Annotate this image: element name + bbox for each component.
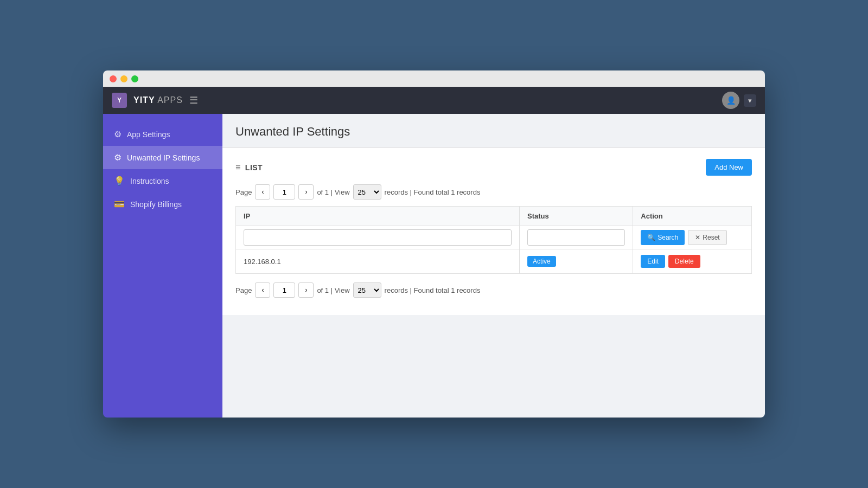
data-table: IP Status Action [235, 206, 752, 274]
page-input-bottom[interactable] [273, 282, 295, 298]
lightbulb-icon: 💡 [114, 176, 125, 186]
top-navigation: Y YITY APPS ☰ 👤 ▾ [103, 87, 765, 114]
list-icon: ≡ [235, 163, 241, 172]
records-text-top: records | Found total 1 records [385, 188, 481, 196]
prev-page-btn-top[interactable]: ‹ [255, 184, 270, 200]
main-content: ≡ LIST Add New Page ‹ › of 1 | View 25 [222, 148, 765, 315]
maximize-button[interactable] [131, 75, 138, 82]
page-label-top: Page [235, 188, 252, 196]
sidebar-item-label: Shopify Billings [130, 200, 182, 209]
ip-cell: 192.168.0.1 [236, 249, 520, 274]
page-input-top[interactable] [273, 184, 295, 200]
status-filter-input[interactable] [527, 229, 625, 246]
action-column-header: Action [633, 207, 752, 226]
page-label-bottom: Page [235, 286, 252, 294]
sidebar-item-label: App Settings [127, 130, 170, 139]
filter-actions: 🔍 Search ✕ Reset [641, 230, 744, 245]
user-dropdown[interactable]: ▾ [744, 94, 756, 107]
sidebar-item-app-settings[interactable]: ⚙ App Settings [103, 123, 222, 146]
close-button[interactable] [110, 75, 117, 82]
status-column-header: Status [520, 207, 633, 226]
list-header: ≡ LIST Add New [235, 159, 752, 176]
sidebar-item-unwanted-ip-settings[interactable]: ⚙ Unwanted IP Settings [103, 146, 222, 169]
pagination-top: Page ‹ › of 1 | View 25 10 50 100 record… [235, 184, 752, 200]
next-page-btn-bottom[interactable]: › [298, 282, 314, 298]
sidebar-item-label: Unwanted IP Settings [127, 153, 200, 162]
page-title-bar: Unwanted IP Settings [222, 114, 765, 148]
of-text-top: of 1 | View [317, 188, 349, 196]
next-page-btn-top[interactable]: › [298, 184, 314, 200]
sidebar-item-shopify-billings[interactable]: 💳 Shopify Billings [103, 192, 222, 216]
user-icon: 👤 [726, 96, 736, 105]
sidebar: ⚙ App Settings ⚙ Unwanted IP Settings 💡 … [103, 114, 222, 418]
status-filter-cell [520, 226, 633, 249]
app-name: YITY APPS [133, 95, 183, 105]
of-text-bottom: of 1 | View [317, 286, 349, 294]
logo-icon: Y [112, 93, 127, 108]
status-badge: Active [527, 256, 556, 267]
hamburger-menu-icon[interactable]: ☰ [189, 94, 198, 106]
prev-page-btn-bottom[interactable]: ‹ [255, 282, 270, 298]
nav-left: Y YITY APPS ☰ [112, 93, 198, 108]
nav-right: 👤 ▾ [722, 92, 756, 109]
ip-column-header: IP [236, 207, 520, 226]
view-select-top[interactable]: 25 10 50 100 [353, 184, 381, 200]
settings-icon: ⚙ [114, 129, 122, 139]
pagination-bottom: Page ‹ › of 1 | View 25 10 50 100 record… [235, 282, 752, 298]
table-header-row: IP Status Action [236, 207, 752, 226]
main-layout: ⚙ App Settings ⚙ Unwanted IP Settings 💡 … [103, 114, 765, 418]
reset-button[interactable]: ✕ Reset [688, 230, 726, 245]
delete-button[interactable]: Delete [668, 255, 700, 268]
action-buttons: Edit Delete [641, 255, 744, 268]
view-select-bottom[interactable]: 25 10 50 100 [353, 282, 381, 298]
search-icon: 🔍 [647, 234, 655, 241]
x-icon: ✕ [695, 234, 700, 241]
sidebar-item-label: Instructions [130, 177, 169, 185]
list-title: ≡ LIST [235, 163, 263, 172]
filter-row: 🔍 Search ✕ Reset [236, 226, 752, 249]
minimize-button[interactable] [120, 75, 127, 82]
status-cell: Active [520, 249, 633, 274]
sidebar-item-instructions[interactable]: 💡 Instructions [103, 169, 222, 192]
records-text-bottom: records | Found total 1 records [385, 286, 481, 294]
gear-icon: ⚙ [114, 152, 122, 163]
search-button[interactable]: 🔍 Search [641, 230, 685, 245]
page-title: Unwanted IP Settings [235, 125, 752, 139]
edit-button[interactable]: Edit [641, 255, 665, 268]
browser-titlebar [103, 70, 765, 87]
dropdown-arrow-icon: ▾ [748, 97, 752, 105]
card-icon: 💳 [114, 199, 125, 209]
user-avatar: 👤 [722, 92, 739, 109]
ip-filter-input[interactable] [244, 229, 512, 246]
content-area: Unwanted IP Settings ≡ LIST Add New Page [222, 114, 765, 418]
action-cell: Edit Delete [633, 249, 752, 274]
action-filter-cell: 🔍 Search ✕ Reset [633, 226, 752, 249]
table-row: 192.168.0.1 Active Edit Delete [236, 249, 752, 274]
add-new-button[interactable]: Add New [706, 159, 752, 176]
ip-filter-cell [236, 226, 520, 249]
